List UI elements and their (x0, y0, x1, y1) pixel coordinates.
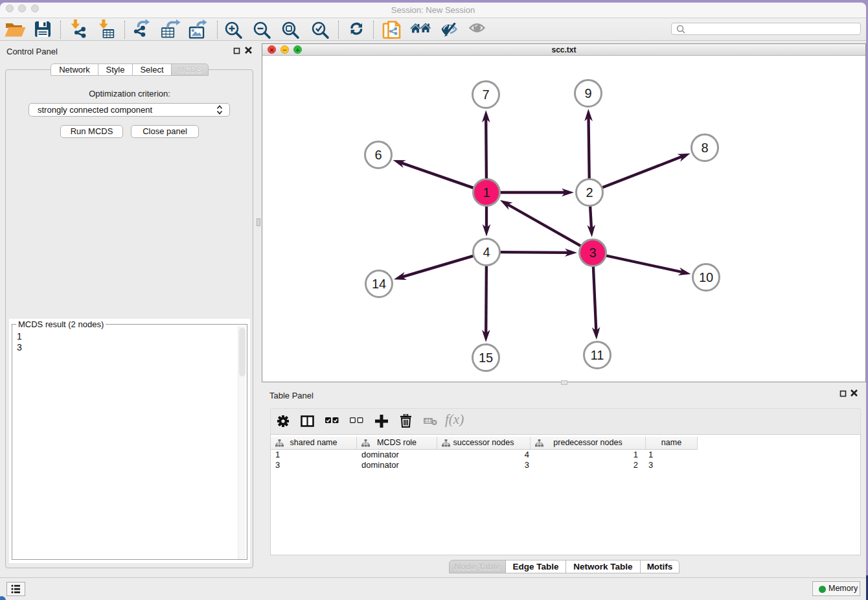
svg-text:8: 8 (701, 141, 708, 155)
svg-text:7: 7 (482, 87, 489, 102)
svg-text:10: 10 (699, 270, 713, 284)
svg-text:2: 2 (586, 185, 593, 200)
svg-text:6: 6 (374, 148, 382, 162)
svg-text:4: 4 (483, 245, 490, 259)
svg-text:9: 9 (584, 86, 591, 100)
svg-text:11: 11 (591, 348, 604, 362)
svg-text:3: 3 (589, 246, 596, 260)
svg-text:14: 14 (372, 277, 386, 291)
svg-text:15: 15 (479, 351, 493, 365)
svg-text:1: 1 (483, 185, 490, 200)
